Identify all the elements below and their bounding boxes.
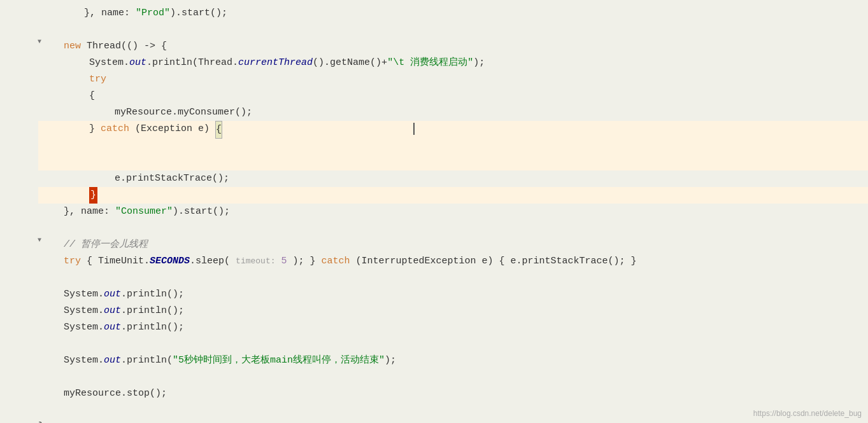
code-area: }, name: "Prod").start(); new Thread(() … — [0, 0, 868, 423]
code-line-24: } — [38, 419, 868, 423]
code-line-5: try — [38, 71, 868, 88]
code-line-blank3 — [38, 270, 868, 286]
code-line-blank4 — [38, 336, 868, 352]
cursor — [413, 123, 415, 135]
code-editor: ▼ ▼ }, name: "Prod").start(); new Thread… — [0, 0, 868, 423]
code-line-16: System.out.println(); — [38, 286, 868, 303]
code-line-13: // 暂停一会儿线程 — [38, 237, 868, 253]
code-line-11: }, name: "Consumer").start(); — [38, 204, 868, 220]
code-line-blank2 — [38, 220, 868, 237]
code-line-3: new Thread(() -> { — [38, 38, 868, 55]
code-line-4: System.out.println(Thread.currentThread(… — [38, 55, 868, 71]
code-line-18: System.out.println(); — [38, 319, 868, 336]
code-line-7: myResource.myConsumer(); — [38, 104, 868, 121]
code-line-14: try { TimeUnit.SECONDS.sleep( timeout: 5… — [38, 253, 868, 270]
code-line-9: e.printStackTrace(); — [38, 170, 868, 187]
watermark: https://blog.csdn.net/delete_bug — [753, 409, 862, 418]
code-line-6: { — [38, 88, 868, 104]
code-line-20: System.out.println("5秒钟时间到，大老板main线程叫停，活… — [38, 352, 868, 369]
code-line-blank5 — [38, 369, 868, 385]
code-line-17: System.out.println(); — [38, 303, 868, 319]
code-line-22: myResource.stop(); — [38, 385, 868, 402]
code-line-10: } — [38, 187, 868, 204]
code-line-1: }, name: "Prod").start(); — [38, 5, 868, 22]
code-line-blank6 — [38, 402, 868, 419]
code-line-8: } catch (Exception e) { — [38, 121, 868, 170]
code-line-blank1 — [38, 22, 868, 38]
